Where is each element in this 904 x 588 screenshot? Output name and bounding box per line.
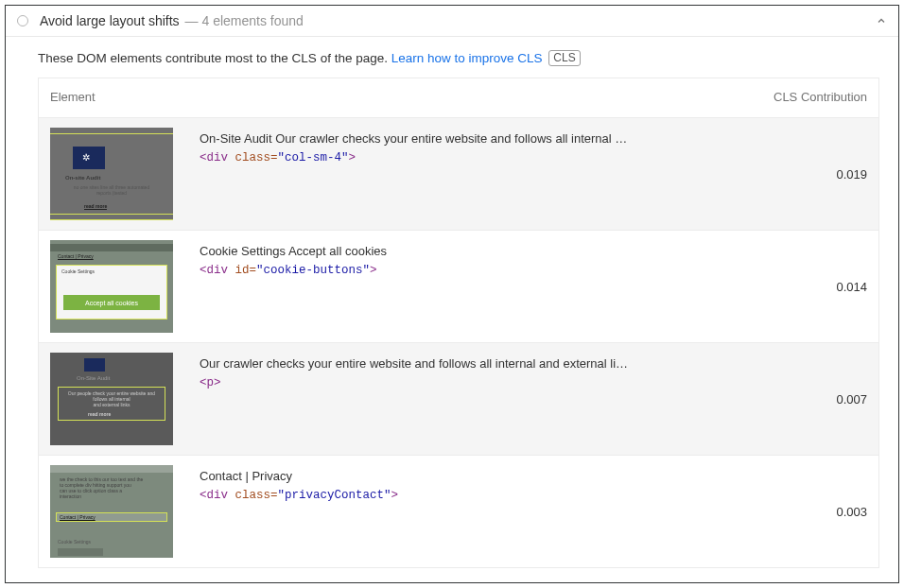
audit-title: Avoid large layout shifts: [40, 13, 180, 28]
chevron-up-icon[interactable]: [876, 15, 885, 25]
cls-score: 0.003: [791, 505, 867, 519]
col-contribution: CLS Contribution: [744, 90, 867, 104]
audit-description: These DOM elements contribute most to th…: [6, 37, 898, 78]
cls-score: 0.014: [791, 280, 867, 294]
element-thumbnail: we the check to this our too text and th…: [50, 465, 173, 558]
description-text: These DOM elements contribute most to th…: [38, 51, 391, 65]
element-selector: <div class="col-sm-4">: [200, 151, 791, 164]
cls-badge: CLS: [548, 50, 580, 66]
elements-table: Element CLS Contribution ✲ On-site Audit…: [38, 78, 879, 568]
element-thumbnail: ✲ On-site Audit no one sites line all th…: [50, 128, 173, 220]
element-text: Our crawler checks your entire website a…: [200, 356, 791, 371]
element-details: Contact | Privacy <div class="privacyCon…: [200, 465, 791, 502]
element-thumbnail: Contact | Privacy Cookie Settings Accept…: [50, 240, 173, 333]
table-row[interactable]: On-Site Audit Our people check your enti…: [39, 343, 878, 456]
element-text: Contact | Privacy: [200, 469, 791, 483]
table-row[interactable]: ✲ On-site Audit no one sites line all th…: [39, 118, 878, 231]
element-selector: <div id="cookie-buttons">: [200, 264, 791, 277]
cls-score: 0.019: [791, 167, 867, 182]
table-row[interactable]: Contact | Privacy Cookie Settings Accept…: [39, 231, 878, 343]
learn-more-link[interactable]: Learn how to improve CLS: [391, 51, 543, 65]
audit-header[interactable]: Avoid large layout shifts — 4 elements f…: [6, 6, 898, 37]
table-header: Element CLS Contribution: [39, 78, 878, 118]
table-row[interactable]: we the check to this our too text and th…: [39, 456, 878, 568]
element-details: On-Site Audit Our crawler checks your en…: [200, 128, 791, 164]
status-circle-icon: [17, 15, 28, 26]
audit-subtitle: — 4 elements found: [185, 13, 304, 28]
audit-panel: Avoid large layout shifts — 4 elements f…: [5, 5, 899, 583]
element-thumbnail: On-Site Audit Our people check your enti…: [50, 353, 173, 445]
element-details: Cookie Settings Accept all cookies <div …: [200, 240, 791, 277]
cls-score: 0.007: [791, 392, 867, 406]
col-element: Element: [50, 90, 744, 104]
element-selector: <div class="privacyContact">: [200, 489, 791, 502]
element-details: Our crawler checks your entire website a…: [200, 353, 791, 389]
element-text: Cookie Settings Accept all cookies: [200, 244, 791, 258]
element-selector: <p>: [200, 376, 791, 389]
element-text: On-Site Audit Our crawler checks your en…: [200, 131, 791, 146]
